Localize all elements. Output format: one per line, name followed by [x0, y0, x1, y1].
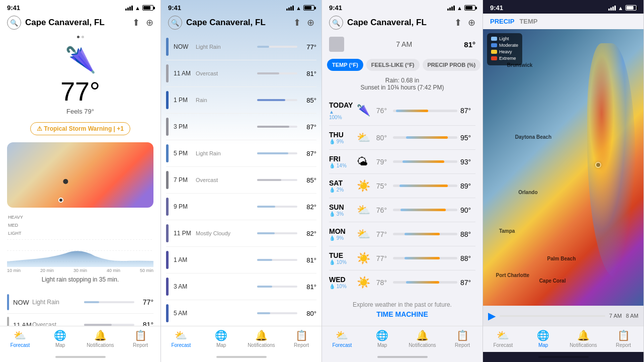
nav-notifications-1[interactable]: 🔔 Notifications [80, 329, 121, 348]
nav-report-1[interactable]: 📋 Report [120, 329, 160, 348]
day-low: 78° [372, 279, 387, 287]
day-name: WED [329, 276, 354, 284]
day-bar [393, 110, 457, 112]
status-icons-4: ▲ [608, 5, 636, 11]
time-40min: 40 min [107, 268, 120, 273]
swatch-heavy [491, 50, 497, 54]
cond-11pm: Mostly Cloudy [196, 230, 253, 236]
status-bar-4: 9:41 ▲ [483, 0, 643, 14]
bar-1am-fill [257, 259, 272, 261]
day-high: 87° [460, 279, 475, 287]
label-now: NOW [174, 43, 196, 50]
settings-icon-2[interactable]: ⊕ [307, 17, 314, 28]
hourly-row-1pm: 1 PM Rain 85° [166, 87, 316, 114]
tab-precip-3[interactable]: PRECIP PROB (%) [423, 59, 481, 71]
tab-temp-3[interactable]: TEMP (°F) [327, 59, 363, 71]
label-9pm: 9 PM [174, 203, 196, 210]
hour-bar [84, 324, 112, 326]
nav-notifications-2[interactable]: 🔔 Notifications [242, 329, 282, 348]
bar-11pm [166, 224, 169, 242]
time-scrubber[interactable] [500, 315, 605, 317]
day-high: 95° [460, 134, 475, 142]
wifi-icon-3: ▲ [457, 5, 462, 11]
nav-forecast-3[interactable]: ⛅ Forecast [322, 329, 362, 348]
day-precip: 💧 14% [329, 163, 347, 168]
day-precip: 💧 10% [329, 284, 347, 289]
settings-icon-3[interactable]: ⊕ [468, 17, 475, 28]
precip-section: HEAVY MED LIGHT [7, 212, 153, 289]
share-icon-1[interactable]: ⬆ [132, 17, 140, 28]
nav-map-1[interactable]: 🌐 Map [40, 329, 80, 348]
share-icon-3[interactable]: ⬆ [454, 17, 462, 28]
cond-11am: Overcast [196, 70, 253, 76]
day-bar [393, 281, 457, 284]
battery-icon-2 [303, 5, 314, 11]
forecast-icon-4: ⛅ [497, 329, 509, 341]
battery-icon-1 [142, 5, 153, 11]
nav-map-3[interactable]: 🌐 Map [362, 329, 403, 348]
panel-3-weekly: 9:41 ▲ 🔍 Cape Canaveral, FL ⬆ ⊕ 7 AM 81°… [322, 0, 483, 362]
precip-med-label: MED [8, 223, 23, 228]
map-tab-precip[interactable]: PRECIP [490, 18, 514, 25]
nav-report-2[interactable]: 📋 Report [281, 329, 321, 348]
home-indicator-4 [483, 352, 643, 362]
day-bar-fill [406, 281, 440, 284]
bar-1pm-fill [257, 99, 285, 101]
weather-icon-umbrella: 🌂 [65, 45, 96, 74]
day-col: FRI 💧 14% [329, 155, 357, 168]
nav-forecast-1[interactable]: ⛅ Forecast [0, 329, 40, 348]
map-full[interactable]: Light Moderate Heavy Extreme Brunswick D… [483, 29, 643, 306]
search-icon-2[interactable]: 🔍 [168, 16, 182, 30]
nav-map-2[interactable]: 🌐 Map [201, 329, 242, 348]
map-label-2: Map [216, 342, 226, 348]
bar-5am-container [257, 312, 297, 314]
day-bar [393, 257, 457, 259]
dot-1 [77, 36, 79, 38]
map-icon-2: 🌐 [215, 329, 227, 341]
play-button[interactable]: ▶ [488, 310, 496, 322]
label-11am: 11 AM [174, 70, 196, 77]
temp-11pm: 82° [301, 230, 316, 237]
report-label-1: Report [133, 342, 148, 348]
nav-report-3[interactable]: 📋 Report [442, 329, 482, 348]
day-col: TODAY ▲ 100% [329, 101, 357, 120]
nav-forecast-2[interactable]: ⛅ Forecast [161, 329, 201, 348]
weekly-mon-3: MON 💧 9% ⛅ 77° 88° [329, 222, 475, 246]
weekly-fri-3: FRI 💧 14% 🌤 79° 93° [329, 150, 475, 174]
nav-map-4[interactable]: 🌐 Map [523, 329, 564, 348]
tab-feels-3[interactable]: FEELS-LIKE (°F) [366, 59, 420, 71]
current-temp: 77° [60, 76, 100, 107]
bar-1pm [166, 91, 169, 109]
nav-forecast-4[interactable]: ⛅ Forecast [483, 329, 523, 348]
search-icon-1[interactable]: 🔍 [7, 16, 21, 30]
bar-5pm [166, 144, 169, 162]
hourly-row-1am: 1 AM 81° [166, 247, 316, 274]
map-tab-temp[interactable]: TEMP [519, 18, 537, 25]
hour-bar-container [84, 301, 134, 303]
day-bar [393, 136, 457, 139]
tropical-storm-warning[interactable]: ⚠ Tropical Storm Warning | +1 [30, 122, 130, 135]
precip-heavy-label: HEAVY [8, 215, 23, 220]
map-thumbnail[interactable] [7, 142, 153, 208]
bar-3pm-fill [257, 126, 289, 128]
day-precip: 💧 2% [329, 187, 347, 193]
bar-7pm-container [257, 179, 297, 181]
report-label-4: Report [616, 342, 631, 348]
bar-3pm [166, 118, 169, 136]
share-icon-2[interactable]: ⬆ [293, 17, 301, 28]
settings-icon-1[interactable]: ⊕ [146, 17, 153, 28]
time-machine-link[interactable]: TIME MACHINE [322, 310, 482, 323]
day-bar-fill [405, 257, 440, 259]
notifications-label-3: Notifications [409, 342, 436, 348]
day-low: 76° [372, 206, 387, 214]
nav-notifications-4[interactable]: 🔔 Notifications [564, 329, 604, 348]
hourly-row-11am: 11 AM Overcast 81° [166, 60, 316, 87]
nav-report-4[interactable]: 📋 Report [603, 329, 643, 348]
bar-1am-container [257, 259, 297, 261]
day-name: FRI [329, 155, 354, 163]
search-icon-3[interactable]: 🔍 [329, 16, 343, 30]
nav-notifications-3[interactable]: 🔔 Notifications [403, 329, 443, 348]
temp-1am: 81° [301, 256, 316, 264]
label-light: Light [499, 36, 509, 41]
explore-text: Explore weather in the past or future. [322, 296, 482, 310]
